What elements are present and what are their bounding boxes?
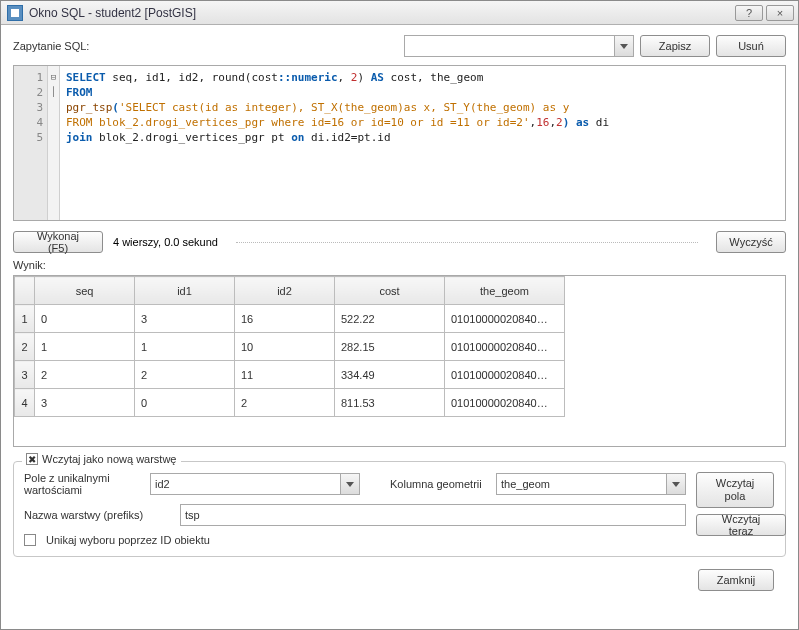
window-title: Okno SQL - student2 [PostGIS] [29,6,196,20]
load-now-button[interactable]: Wczytaj teraz [696,514,786,536]
status-text: 4 wierszy, 0.0 sekund [113,236,218,248]
query-name-dropdown[interactable] [614,35,634,57]
window-close-button[interactable]: × [766,5,794,21]
table-row[interactable]: 2 1 1 10 282.15 01010000020840… [15,333,565,361]
load-layer-group: ✖ Wczytaj jako nową warstwę Pole z unika… [13,461,786,557]
chevron-down-icon [346,482,354,487]
corner-cell [15,277,35,305]
query-toolbar: Zapytanie SQL: Zapisz Usuń [13,35,786,57]
query-name-combo[interactable] [404,35,634,57]
line-gutter: 1 2 3 4 5 [14,66,48,220]
app-icon [7,5,23,21]
code-area[interactable]: SELECT seq, id1, id2, round(cost::numeri… [60,66,785,220]
table-row[interactable]: 4 3 0 2 811.53 01010000020840… [15,389,565,417]
sql-window: Okno SQL - student2 [PostGIS] ? × Zapyta… [0,0,799,630]
col-geom[interactable]: the_geom [445,277,565,305]
group-header-label: Wczytaj jako nową warstwę [42,453,177,465]
save-button[interactable]: Zapisz [640,35,710,57]
avoid-id-label: Unikaj wyboru poprzez ID obiektu [46,534,210,546]
layer-prefix-label: Nazwa warstwy (prefiks) [24,509,174,521]
delete-button[interactable]: Usuń [716,35,786,57]
table-row[interactable]: 3 2 2 11 334.49 01010000020840… [15,361,565,389]
fold-column[interactable]: ⊟ │ [48,66,60,220]
footer: Zamknij [13,565,786,601]
col-seq[interactable]: seq [35,277,135,305]
sql-editor[interactable]: 1 2 3 4 5 ⊟ │ SELECT seq, id1, id2, roun… [13,65,786,221]
help-button[interactable]: ? [735,5,763,21]
load-layer-checkbox[interactable]: ✖ [26,453,38,465]
avoid-id-checkbox[interactable] [24,534,36,546]
unique-field-dropdown[interactable] [340,473,360,495]
execute-button[interactable]: Wykonaj (F5) [13,231,103,253]
chevron-down-icon [672,482,680,487]
execute-row: Wykonaj (F5) 4 wierszy, 0.0 sekund Wyczy… [13,231,786,253]
unique-field-combo[interactable] [150,473,360,495]
geom-column-combo[interactable] [496,473,686,495]
layer-prefix-input[interactable] [180,504,686,526]
col-id1[interactable]: id1 [135,277,235,305]
table-row[interactable]: 1 0 3 16 522.22 01010000020840… [15,305,565,333]
chevron-down-icon [620,44,628,49]
titlebar: Okno SQL - student2 [PostGIS] ? × [1,1,798,25]
clear-button[interactable]: Wyczyść [716,231,786,253]
query-name-input[interactable] [404,35,614,57]
query-label: Zapytanie SQL: [13,40,89,52]
load-fields-button[interactable]: Wczytaj pola [696,472,774,508]
result-label: Wynik: [13,259,786,271]
result-table-wrap[interactable]: seq id1 id2 cost the_geom 1 0 3 16 522.2… [13,275,786,447]
geom-column-input[interactable] [496,473,666,495]
unique-field-label: Pole z unikalnymi wartościami [24,472,144,496]
group-header[interactable]: ✖ Wczytaj jako nową warstwę [22,453,181,465]
close-button[interactable]: Zamknij [698,569,774,591]
geom-column-label: Kolumna geometrii [390,478,490,490]
col-cost[interactable]: cost [335,277,445,305]
unique-field-input[interactable] [150,473,340,495]
fold-toggle-icon[interactable]: ⊟ [48,70,59,85]
separator [236,242,698,243]
content-area: Zapytanie SQL: Zapisz Usuń 1 2 3 4 5 ⊟ │ [1,25,798,629]
result-table: seq id1 id2 cost the_geom 1 0 3 16 522.2… [14,276,565,417]
col-id2[interactable]: id2 [235,277,335,305]
geom-column-dropdown[interactable] [666,473,686,495]
